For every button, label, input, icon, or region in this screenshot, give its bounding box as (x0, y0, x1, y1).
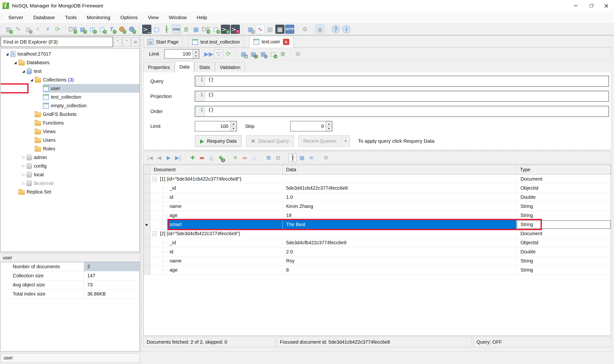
grid-row-id[interactable]: id2.0Double (144, 247, 611, 257)
delete-document-icon[interactable]: ▬ (198, 154, 206, 162)
menu-item-monitoring[interactable]: Monitoring (82, 12, 115, 23)
find-previous-button[interactable]: ˄ (114, 37, 122, 47)
duplicate-tab-icon[interactable]: ▦2 (249, 49, 258, 58)
view-tab-properties[interactable]: Properties (143, 62, 174, 72)
expanded-arrow-icon[interactable]: ◢ (20, 69, 27, 73)
find-next-button[interactable]: ˅ (123, 37, 131, 47)
tree-item-functions[interactable]: Functions (1, 118, 139, 127)
fast-forward-icon[interactable]: ▶▶ (204, 49, 213, 58)
discard-query-button[interactable]: ✖ Discard Query (246, 135, 294, 147)
spin-down-icon[interactable]: ▼ (193, 54, 199, 58)
next-record-icon[interactable]: ▶ (164, 154, 173, 162)
create-function-icon[interactable]: F+ (108, 25, 117, 34)
tree-view-icon[interactable]: ┠ (288, 154, 297, 162)
tree-item-replica-set[interactable]: Replica Set (1, 187, 139, 196)
shell-results-icon[interactable]: ▦ (275, 25, 284, 34)
menu-item-help[interactable]: Help (192, 12, 212, 23)
tree-item-test-collection[interactable]: test_collection (1, 93, 139, 101)
create-collection-icon[interactable]: ▦+ (78, 25, 87, 34)
skip-spinner[interactable]: 0 ▲ ▼ (290, 121, 333, 131)
options-icon[interactable]: ⚙ (300, 25, 309, 34)
filter-icon[interactable]: ▽ (214, 49, 223, 58)
grid-row-age[interactable]: age8String (144, 266, 611, 275)
create-view-icon[interactable]: ◫+ (88, 25, 97, 34)
tab-test-user[interactable]: test.userx (249, 36, 293, 47)
collapse-box-icon[interactable]: − (153, 177, 157, 181)
refresh-icon[interactable]: ⟳ (224, 49, 233, 58)
grid-row-document[interactable]: −[1] (id="5de3d41cb422c3774fecc6e8")Docu… (144, 175, 611, 184)
tab-test-test-collection[interactable]: test.test_collection (188, 37, 244, 47)
create-database-icon[interactable]: DB+ (68, 25, 77, 34)
vertical-splitter[interactable] (140, 35, 141, 351)
edit-server-registration-icon[interactable]: ✎ (14, 25, 23, 34)
order-editor[interactable]: 1{} (195, 106, 609, 117)
monitoring-icon[interactable]: ∿ (256, 25, 265, 34)
disconnect-server-icon[interactable]: ⚡ (33, 25, 42, 34)
tree-item-localhost-27017[interactable]: ◢localhost:27017 (1, 50, 139, 58)
spin-up-icon[interactable]: ▲ (326, 121, 332, 126)
tree-item-users[interactable]: Users (1, 136, 139, 144)
mongo-shell-icon[interactable]: >_ (142, 25, 151, 34)
help-icon[interactable]: ? (332, 25, 340, 33)
new-document-icon[interactable]: ▢+ (98, 25, 107, 34)
tree-item-collections[interactable]: ◢Collections(3) (1, 76, 139, 84)
view-structure-icon[interactable]: ≣ (278, 49, 287, 58)
create-role-icon[interactable]: ☻+ (127, 25, 136, 34)
collapsed-arrow-icon[interactable]: ▷ (20, 155, 27, 159)
tree-item-config[interactable]: ▷config (1, 162, 139, 170)
add-many-documents-icon[interactable]: ✚2 (216, 154, 225, 162)
text-view-icon[interactable]: ≡ (307, 154, 316, 162)
menu-item-window[interactable]: Window (164, 12, 192, 23)
menu-item-tools[interactable]: Tools (60, 12, 82, 23)
grid-view-icon[interactable]: ▦ (298, 154, 306, 162)
limit-spinner[interactable]: 100 ▲ ▼ (164, 49, 199, 59)
form-limit-spinner[interactable]: 100 ▲ ▼ (195, 121, 237, 131)
grid-row-document[interactable]: −[2] (id="5de3d4cfb422c3774fecc6e9")Docu… (144, 229, 611, 238)
collapse-box-icon[interactable]: − (153, 232, 157, 236)
tree-item-gridfs-buckets[interactable]: GridFS Buckets (1, 110, 139, 118)
grid-row-id[interactable]: id1.0Double (144, 193, 611, 202)
close-find-button[interactable]: × (131, 37, 140, 47)
table-view-icon[interactable]: ▦ (191, 25, 200, 34)
column-header-type[interactable]: Type (517, 165, 611, 174)
grid-row-age[interactable]: age18String (144, 211, 611, 220)
grid-options-icon[interactable]: ▦⚙ (246, 25, 255, 34)
minimize-button[interactable] (568, 0, 583, 12)
view-tab-stats[interactable]: Stats (195, 62, 215, 72)
grid-settings-icon[interactable]: ⚙ (322, 154, 330, 162)
tree-item-admin[interactable]: ▷admin (1, 153, 139, 162)
edit-field-icon[interactable]: △ (250, 154, 258, 162)
spin-up-icon[interactable]: ▲ (230, 121, 237, 126)
expand-all-icon[interactable]: ⊞ (264, 154, 273, 162)
recent-queries-button[interactable]: Recent Queries (298, 135, 342, 147)
delete-field-icon[interactable]: ▬ (240, 154, 249, 162)
linq-editor-icon[interactable]: Linq (172, 25, 181, 34)
grid-row-name[interactable]: nameRoyString (144, 257, 611, 266)
register-server-icon[interactable]: ▥+ (4, 25, 13, 34)
tree-item-databases[interactable]: ◢Databases (1, 58, 139, 67)
close-tab-icon[interactable]: x (283, 39, 289, 45)
add-document-icon[interactable]: ✚ (188, 154, 197, 162)
tree-item-views[interactable]: Views (1, 127, 139, 136)
tree-item-empty-collection[interactable]: empty_collection (1, 101, 139, 110)
refresh-icon[interactable]: ⟳ (53, 25, 62, 34)
find-input[interactable] (0, 37, 113, 47)
document-viewer-icon[interactable]: ▢ (152, 25, 161, 34)
grid-row-name[interactable]: nameKevin ZhangString (144, 202, 611, 211)
edit-document-icon[interactable]: △ (207, 154, 216, 162)
spin-down-icon[interactable]: ▼ (230, 126, 237, 131)
expanded-arrow-icon[interactable]: ◢ (4, 52, 10, 56)
collapsed-arrow-icon[interactable]: ▷ (20, 181, 27, 185)
grid-row-id[interactable]: _id5de3d4cfb422c3774fecc6e9ObjectId (144, 238, 611, 247)
save-result-icon[interactable]: ▦▪ (239, 49, 248, 58)
menu-item-view[interactable]: View (143, 12, 164, 23)
expanded-arrow-icon[interactable]: ◢ (28, 78, 35, 82)
last-record-icon[interactable]: ▶| (174, 154, 182, 162)
tree-item-test[interactable]: ◢test (1, 67, 139, 76)
copy-database-icon[interactable]: ▥ (265, 25, 275, 34)
tree-item-local[interactable]: ▷local (1, 170, 139, 179)
first-record-icon[interactable]: |◀ (146, 154, 154, 162)
collapse-all-icon[interactable]: ⊟ (274, 154, 282, 162)
recent-queries-dropdown[interactable]: ▼ (342, 135, 350, 147)
create-user-icon[interactable]: ☻+ (117, 25, 126, 34)
